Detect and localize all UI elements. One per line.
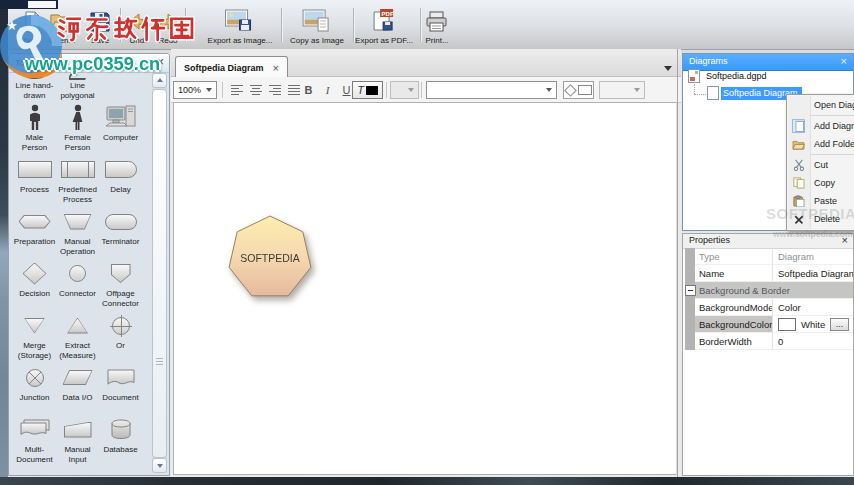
save-floppy-icon xyxy=(88,6,112,34)
canvas-shape-label: SOFTPEDIA xyxy=(240,252,300,264)
toolset-item-female-person[interactable]: Female Person xyxy=(56,102,99,154)
toolset-item-merge-storage[interactable]: Merge (Storage) xyxy=(13,310,56,362)
toolbar-button-export-as-pdf[interactable]: PDFExport as PDF... xyxy=(355,6,413,45)
align-right-button[interactable] xyxy=(266,81,283,99)
scroll-up-icon[interactable] xyxy=(152,73,167,88)
line-hand-drawn-icon xyxy=(26,73,44,81)
toolset-item-manual-operation[interactable]: Manual Operation xyxy=(56,206,99,258)
computer-icon xyxy=(104,102,138,133)
menu-item-open-diagram[interactable]: Open Diagram xyxy=(787,96,854,114)
toolset-item-or[interactable]: Or xyxy=(99,310,142,362)
toolset-item-multi-document[interactable]: Multi- Document xyxy=(13,414,56,466)
document-icon xyxy=(105,362,137,393)
taskbar-edge-strip xyxy=(0,477,854,485)
toolset-item-predefined-process[interactable]: Predefined Process xyxy=(56,154,99,206)
toolset-item-line-hand-drawn[interactable]: Line hand- drawn xyxy=(13,73,56,102)
tab-softpedia-diagram[interactable]: Softpedia Diagram × xyxy=(175,56,288,78)
manual-operation-icon xyxy=(64,206,92,237)
multi-document-icon xyxy=(18,414,52,445)
tab-close-icon[interactable]: × xyxy=(273,62,279,74)
toolset-scroll-thumb[interactable] xyxy=(152,89,167,458)
svg-text:PDF: PDF xyxy=(381,11,393,17)
printer-icon xyxy=(424,6,450,34)
toolbar-button-redo[interactable]: Redo xyxy=(154,6,182,45)
dgpd-file-icon xyxy=(688,69,700,83)
undo-arrow-icon xyxy=(125,6,153,34)
zoom-select[interactable]: 100% xyxy=(173,81,217,99)
shape-preset-select[interactable] xyxy=(599,81,645,99)
data-io-icon xyxy=(63,362,93,393)
menu-item-add-folder[interactable]: Add Folder xyxy=(787,135,854,153)
property-row-backgroundmode[interactable]: BackgroundModeColor xyxy=(685,299,853,316)
menu-item-cut[interactable]: Cut xyxy=(787,156,854,174)
redo-arrow-icon xyxy=(154,6,182,34)
toolset-item-delay[interactable]: Delay xyxy=(99,154,142,206)
toolbar-button-save[interactable]: Save xyxy=(88,6,112,45)
toolset-item-decision[interactable]: Decision xyxy=(13,258,56,310)
tab-list-dropdown-icon[interactable] xyxy=(660,61,676,75)
text-color-button[interactable]: T xyxy=(352,81,383,99)
property-row-backgroundcolor[interactable]: BackgroundColorWhite... xyxy=(685,316,853,333)
toolbar-button-open[interactable]: Open... xyxy=(49,6,75,45)
menu-item-copy[interactable]: Copy xyxy=(787,174,854,192)
tree-item-root[interactable]: Softpedia.dgpd xyxy=(688,68,767,84)
tab-bar: Softpedia Diagram × xyxy=(171,55,681,77)
font-select[interactable] xyxy=(426,81,557,99)
collapse-icon[interactable] xyxy=(685,285,696,296)
manual-input-icon xyxy=(64,414,92,445)
scroll-down-icon[interactable] xyxy=(152,458,167,473)
toolset-item-extract-measure[interactable]: Extract (Measure) xyxy=(56,310,99,362)
toolset-item-computer[interactable]: Computer xyxy=(99,102,142,154)
junction-icon xyxy=(25,362,45,393)
color-picker-button[interactable]: ... xyxy=(830,318,849,331)
toolbar-button-copy-as-image[interactable]: Copy as Image xyxy=(290,6,344,45)
diagram-canvas[interactable]: SOFTPEDIA xyxy=(173,102,677,475)
add-diagram-icon xyxy=(792,120,805,132)
or-icon xyxy=(110,310,132,341)
toolset-item-data-i-o[interactable]: Data I/O xyxy=(56,362,99,414)
property-row-name[interactable]: NameSoftpedia Diagram xyxy=(685,265,853,282)
toolbar-button-export-as-image[interactable]: Export as Image... xyxy=(208,6,273,45)
diagrams-close-icon[interactable]: × xyxy=(841,54,847,69)
toolset-item-line-polygonal[interactable]: Line polygonal xyxy=(56,73,99,102)
toolset-scrollbar[interactable] xyxy=(152,73,167,473)
toolset-item-offpage-connector[interactable]: Offpage Connector xyxy=(99,258,142,310)
format-toolbar: 100% B I U T xyxy=(171,77,681,103)
bold-button[interactable]: B xyxy=(300,81,317,99)
property-row-background-border[interactable]: Background & Border xyxy=(685,282,853,299)
process-icon xyxy=(18,154,52,185)
toolset-item-database[interactable]: Database xyxy=(99,414,142,466)
toolset-item-junction[interactable]: Junction xyxy=(13,362,56,414)
delay-icon xyxy=(105,154,137,185)
connector-icon xyxy=(69,258,86,289)
toolbar-button-new[interactable]: New xyxy=(20,6,44,45)
toolset-item-process[interactable]: Process xyxy=(13,154,56,206)
toolset-item-preparation[interactable]: Preparation xyxy=(13,206,56,258)
toolset-title: Toolset × xyxy=(9,54,169,73)
toolbar-button-undo[interactable]: Undo xyxy=(125,6,153,45)
offpage-connector-icon xyxy=(111,258,131,289)
main-toolbar: NewOpen...SaveUndoRedoExport as Image...… xyxy=(0,0,854,50)
align-left-button[interactable] xyxy=(228,81,245,99)
toolset-item-terminator[interactable]: Terminator xyxy=(99,206,142,258)
property-row-type[interactable]: TypeDiagram xyxy=(685,248,853,265)
heptagon-shape[interactable]: SOFTPEDIA xyxy=(223,211,318,306)
toolset-item-male-person[interactable]: Male Person xyxy=(13,102,56,154)
toolset-item-document[interactable]: Document xyxy=(99,362,142,414)
toolset-item-connector[interactable]: Connector xyxy=(56,258,99,310)
align-center-button[interactable] xyxy=(247,81,264,99)
female-person-icon xyxy=(65,102,91,133)
predefined-process-icon xyxy=(61,154,95,185)
line-width-select[interactable] xyxy=(390,81,419,99)
italic-button[interactable]: I xyxy=(319,81,336,99)
property-row-borderwidth[interactable]: BorderWidth0 xyxy=(685,333,853,350)
preparation-icon xyxy=(19,206,51,237)
toolset-item-manual-input[interactable]: Manual Input xyxy=(56,414,99,466)
shape-style-button[interactable] xyxy=(563,81,594,99)
toolset-close-icon[interactable]: × xyxy=(157,54,164,71)
menu-item-add-diagram[interactable]: Add Diagram xyxy=(787,117,854,135)
toolset-empty-cell xyxy=(99,73,142,102)
toolset-panel: Toolset × Line hand- drawnLine polygonal… xyxy=(8,53,170,476)
cut-icon xyxy=(792,159,805,171)
toolbar-button-print[interactable]: Print... xyxy=(424,6,450,45)
